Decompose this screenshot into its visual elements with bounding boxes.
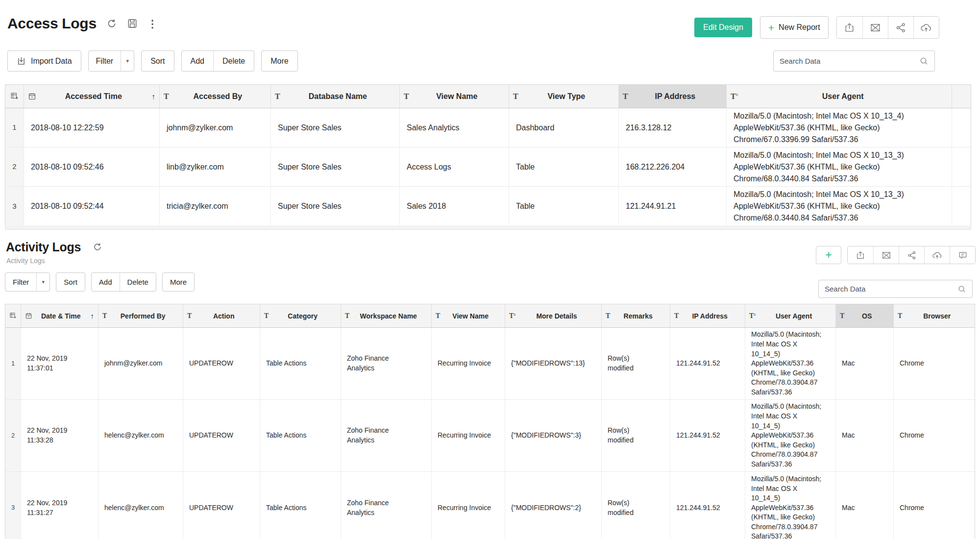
cell-view-type[interactable]: Dashboard (509, 108, 619, 147)
column-header-accessed-by[interactable]: T Accessed By (160, 85, 271, 108)
publish-button[interactable] (913, 17, 939, 38)
cell-accessed-time[interactable]: 2018-08-10 12:22:59 (24, 108, 160, 147)
cell-category[interactable]: Table Actions (260, 328, 341, 399)
search-data-input[interactable] (825, 285, 957, 293)
cell-ip-address[interactable]: 168.212.226.204 (619, 147, 727, 186)
comment-button[interactable] (950, 246, 975, 264)
cell-os[interactable]: Mac (836, 328, 894, 399)
search-data-input[interactable] (780, 57, 919, 65)
cell-user-agent[interactable]: Mozilla/5.0 (Macintosh; Intel Mac OS X 1… (727, 147, 952, 186)
select-all-header[interactable] (5, 85, 24, 108)
cell-remarks[interactable]: Row(s) modified (602, 472, 670, 539)
cell-category[interactable]: Table Actions (260, 400, 341, 471)
filter-dropdown-button[interactable]: ▾ (121, 51, 134, 71)
cell-workspace-name[interactable]: Zoho Finance Analytics (341, 400, 432, 471)
cell-ip-address[interactable]: 216.3.128.12 (619, 108, 727, 147)
cell-accessed-by[interactable]: tricia@zylker.com (160, 187, 271, 226)
import-data-button[interactable]: Import Data (7, 50, 81, 72)
cell-performed-by[interactable]: helenc@zylker.com (98, 400, 183, 471)
refresh-button[interactable] (93, 242, 102, 252)
new-report-button[interactable]: + New Report (760, 16, 829, 39)
email-button[interactable] (862, 17, 888, 38)
email-button[interactable] (873, 246, 899, 264)
column-header-workspace-name[interactable]: T Workspace Name (341, 304, 432, 327)
column-header-ip-address[interactable]: T IP Address (619, 85, 727, 108)
column-header-performed-by[interactable]: T Performed By (98, 304, 183, 327)
cell-date-time[interactable]: 22 Nov, 2019 11:33:28 (21, 400, 98, 471)
cell-database-name[interactable]: Super Store Sales (271, 108, 400, 147)
column-header-view-name[interactable]: T View Name (400, 85, 509, 108)
export-button[interactable] (837, 17, 862, 38)
export-button[interactable] (848, 246, 873, 264)
column-header-browser[interactable]: T Browser (894, 304, 976, 327)
refresh-button[interactable] (106, 18, 117, 29)
cell-ip-address[interactable]: 121.244.91.52 (670, 328, 745, 399)
cell-ip-address[interactable]: 121.244.91.52 (670, 400, 745, 471)
cell-workspace-name[interactable]: Zoho Finance Analytics (341, 472, 432, 539)
column-header-os[interactable]: T OS (836, 304, 894, 327)
row-number[interactable]: 2 (5, 147, 24, 186)
row-number[interactable]: 2 (5, 400, 21, 471)
filter-dropdown-button[interactable]: ▾ (36, 273, 49, 291)
cell-user-agent[interactable]: Mozilla/5.0 (Macintosh; Intel Mac OS X 1… (745, 472, 836, 539)
column-header-user-agent[interactable]: T≡ User Agent (727, 85, 952, 108)
cell-os[interactable]: Mac (836, 472, 894, 539)
cell-action[interactable]: UPDATEROW (183, 472, 260, 539)
cell-view-type[interactable]: Table (509, 187, 619, 226)
more-button[interactable]: More (261, 50, 297, 72)
column-header-date-time[interactable]: Date & Time ↑ (21, 304, 98, 327)
add-button[interactable]: Add (182, 51, 213, 71)
more-button[interactable]: More (162, 272, 195, 292)
column-header-ip-address[interactable]: T IP Address (670, 304, 745, 327)
save-button[interactable] (127, 18, 138, 29)
cell-browser[interactable]: Chrome (894, 472, 976, 539)
cell-user-agent[interactable]: Mozilla/5.0 (Macintosh; Intel Mac OS X 1… (745, 400, 836, 471)
column-header-database-name[interactable]: T Database Name (271, 85, 400, 108)
cell-ip-address[interactable]: 121.244.91.21 (619, 187, 727, 226)
cell-view-name[interactable]: Sales Analytics (400, 108, 509, 147)
cell-user-agent[interactable]: Mozilla/5.0 (Macintosh; Intel Mac OS X 1… (727, 187, 952, 226)
cell-action[interactable]: UPDATEROW (183, 328, 260, 399)
cell-remarks[interactable]: Row(s) modified (602, 328, 670, 399)
cell-browser[interactable]: Chrome (894, 400, 976, 471)
access-table-scroll-strip[interactable] (5, 225, 971, 230)
cell-date-time[interactable]: 22 Nov, 2019 11:31:27 (21, 472, 98, 539)
cell-accessed-by[interactable]: johnm@zylker.com (160, 108, 271, 147)
share-button[interactable] (899, 246, 924, 264)
column-header-view-type[interactable]: T View Type (509, 85, 619, 108)
cell-user-agent[interactable]: Mozilla/5.0 (Macintosh; Intel Mac OS X 1… (727, 108, 952, 147)
column-header-action[interactable]: T Action (183, 304, 260, 327)
cell-performed-by[interactable]: johnm@zylker.com (98, 328, 183, 399)
cell-view-name[interactable]: Recurring Invoice (432, 472, 505, 539)
cell-workspace-name[interactable]: Zoho Finance Analytics (341, 328, 432, 399)
edit-design-button[interactable]: Edit Design (694, 18, 752, 37)
select-all-header[interactable] (5, 304, 21, 327)
column-header-remarks[interactable]: T Remarks (602, 304, 670, 327)
cell-database-name[interactable]: Super Store Sales (271, 187, 400, 226)
share-button[interactable] (888, 17, 913, 38)
delete-button[interactable]: Delete (120, 273, 156, 291)
cell-more-details[interactable]: {"MODIFIEDROWS":13} (505, 328, 602, 399)
row-number[interactable]: 1 (5, 328, 21, 399)
cell-browser[interactable]: Chrome (894, 328, 976, 399)
cell-accessed-by[interactable]: linb@zylker.com (160, 147, 271, 186)
row-number[interactable]: 3 (5, 472, 21, 539)
cell-view-type[interactable]: Table (509, 147, 619, 186)
column-header-more-details[interactable]: T≡ More Details (505, 304, 602, 327)
cell-view-name[interactable]: Sales 2018 (400, 187, 509, 226)
cell-date-time[interactable]: 22 Nov, 2019 11:37:01 (21, 328, 98, 399)
cell-accessed-time[interactable]: 2018-08-10 09:52:46 (24, 147, 160, 186)
row-number[interactable]: 1 (5, 108, 24, 147)
column-header-user-agent[interactable]: T≡ User Agent (745, 304, 836, 327)
add-view-button[interactable]: + (816, 246, 841, 264)
sort-button[interactable]: Sort (141, 50, 174, 72)
cell-accessed-time[interactable]: 2018-08-10 09:52:44 (24, 187, 160, 226)
more-options-button[interactable]: ⋮ (147, 19, 158, 29)
cell-os[interactable]: Mac (836, 400, 894, 471)
cell-view-name[interactable]: Recurring Invoice (432, 400, 505, 471)
cell-view-name[interactable]: Recurring Invoice (432, 328, 505, 399)
cell-view-name[interactable]: Access Logs (400, 147, 509, 186)
sort-button[interactable]: Sort (56, 272, 85, 292)
cell-performed-by[interactable]: helenc@zylker.com (98, 472, 183, 539)
delete-button[interactable]: Delete (213, 51, 254, 71)
